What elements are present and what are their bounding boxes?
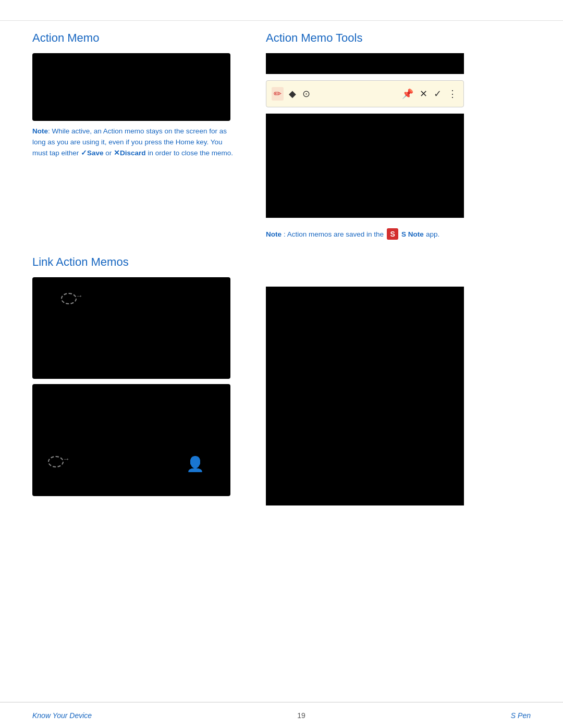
pen-tool-icon[interactable]: ✏ xyxy=(272,87,284,101)
footer-page-number: 19 xyxy=(297,711,305,720)
action-memo-note: Note: While active, an Action memo stays… xyxy=(32,126,235,159)
bottom-right-column xyxy=(250,250,563,516)
link-phone-screenshot-1 xyxy=(32,277,230,379)
link-phone-screenshot-2: 👤 xyxy=(32,384,230,496)
snote-end: app. xyxy=(426,230,439,238)
person-icon: 👤 xyxy=(186,455,204,473)
close-x-icon[interactable]: ✕ xyxy=(419,87,429,101)
pin-icon[interactable]: 📌 xyxy=(401,87,414,101)
eraser-icon[interactable]: ◆ xyxy=(288,87,297,101)
discard-x: ✕ xyxy=(114,149,120,157)
lasso-icon-bottom xyxy=(48,456,64,467)
lasso-icon-top xyxy=(61,293,77,304)
snote-badge: S xyxy=(387,228,398,240)
snote-body: : Action memos are saved in the xyxy=(284,230,384,238)
bottom-section: Link Action Memos 👤 xyxy=(0,250,563,516)
snote-app-name: S Note xyxy=(401,230,424,238)
snote-bold-label: Note xyxy=(266,230,282,238)
note-mid: or xyxy=(104,149,114,157)
action-memo-tools-title: Action Memo Tools xyxy=(266,31,547,45)
page-container: Action Memo Note: While active, an Actio… xyxy=(0,0,563,728)
footer-left-text: Know Your Device xyxy=(32,711,92,720)
lasso-select-icon[interactable]: ⊙ xyxy=(301,87,311,101)
right-phone-screenshot-top xyxy=(266,53,464,74)
save-label: Save xyxy=(87,149,104,157)
note-bold-label: Note xyxy=(32,127,48,135)
left-column: Action Memo Note: While active, an Actio… xyxy=(0,21,250,250)
save-check-icon[interactable]: ✓ xyxy=(433,87,443,101)
discard-label: Discard xyxy=(120,149,146,157)
more-options-icon[interactable]: ⋮ xyxy=(447,87,458,101)
right-column: Action Memo Tools ✏ ◆ ⊙ 📌 ✕ ✓ ⋮ xyxy=(250,21,563,250)
action-memo-toolbar: ✏ ◆ ⊙ 📌 ✕ ✓ ⋮ xyxy=(266,80,464,107)
top-bar xyxy=(0,0,563,21)
link-action-memos-section: Link Action Memos 👤 xyxy=(0,250,250,516)
two-col-top: Action Memo Note: While active, an Actio… xyxy=(0,21,563,250)
action-memo-title: Action Memo xyxy=(32,31,235,45)
snote-note: Note: Action memos are saved in the SS N… xyxy=(266,228,547,240)
toolbar-right-icons: 📌 ✕ ✓ ⋮ xyxy=(401,87,458,101)
note-end: in order to close the memo. xyxy=(146,149,233,157)
right-phone-screenshot-middle xyxy=(266,114,464,218)
footer-right-text: S Pen xyxy=(511,711,531,720)
footer: Know Your Device 19 S Pen xyxy=(0,702,563,728)
save-checkmark: ✓ xyxy=(81,149,87,157)
left-phone-screenshot-top xyxy=(32,53,230,121)
toolbar-left-icons: ✏ ◆ ⊙ xyxy=(272,87,396,101)
link-action-memos-title: Link Action Memos xyxy=(32,255,235,269)
right-phone-screenshot-bottom xyxy=(266,287,464,505)
